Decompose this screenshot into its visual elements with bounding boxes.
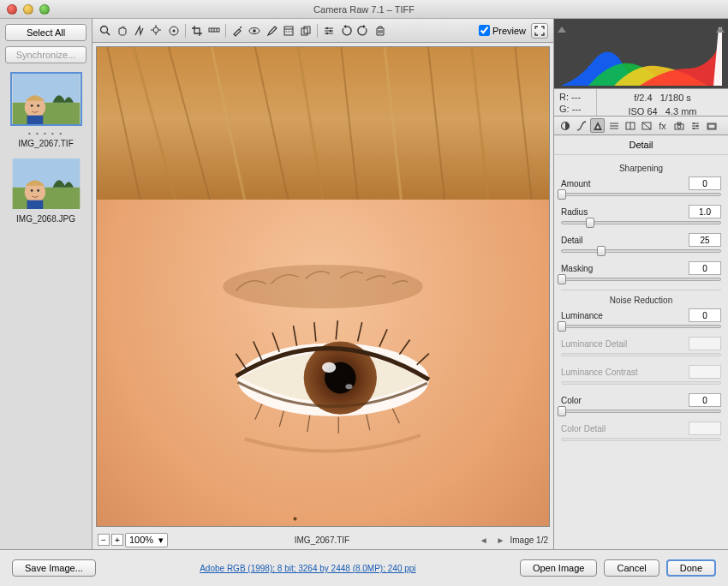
white-balance-tool-icon[interactable] <box>132 23 147 39</box>
histogram[interactable] <box>554 19 728 89</box>
thumbnail-label: IMG_2068.JPG <box>5 214 87 224</box>
tab-lens[interactable] <box>639 118 653 133</box>
tab-fx[interactable]: fx <box>655 118 670 133</box>
slider-luminance-contrast: Luminance Contrast <box>561 365 721 385</box>
slider-label: Color <box>561 396 582 405</box>
slider-value-input[interactable] <box>689 205 721 218</box>
rotate-cw-icon[interactable] <box>355 23 371 39</box>
grad-filter-tool-icon[interactable] <box>281 23 296 39</box>
previous-image-button[interactable]: ◄ <box>476 535 492 545</box>
image-viewport[interactable] <box>96 46 550 527</box>
slider-color: Color <box>561 393 721 413</box>
slider-label: Masking <box>561 264 593 273</box>
slider-value-input[interactable] <box>689 233 721 247</box>
brush-tool-icon[interactable] <box>264 23 279 39</box>
zoom-in-button[interactable]: + <box>111 534 123 546</box>
hand-tool-icon[interactable] <box>115 23 130 39</box>
slider-value-input[interactable] <box>689 308 721 322</box>
select-all-button[interactable]: Select All <box>5 24 87 41</box>
slider-label: Luminance Detail <box>561 339 627 349</box>
titlebar: Camera Raw 7.1 – TIFF <box>0 0 728 19</box>
thumbnail[interactable] <box>10 72 82 126</box>
slider-thumb[interactable] <box>558 274 566 284</box>
tab-hsl[interactable] <box>606 118 621 133</box>
slider-detail: Detail <box>561 233 721 253</box>
slider-thumb[interactable] <box>597 246 606 256</box>
preview-checkbox-input[interactable] <box>479 25 490 36</box>
highlight-clip-icon[interactable] <box>716 22 725 33</box>
image-count-label: Image 1/2 <box>510 535 548 545</box>
top-toolbar: Preview <box>92 19 553 43</box>
rgb-readout: R: ---G: ---B: --- <box>554 89 597 116</box>
tab-detail[interactable] <box>590 118 605 133</box>
thumbnail-label: IMG_2067.TIF <box>5 139 87 148</box>
svg-point-9 <box>30 189 33 192</box>
tab-curves[interactable] <box>574 118 588 133</box>
cancel-button[interactable]: Cancel <box>604 559 659 577</box>
red-eye-tool-icon[interactable] <box>247 23 262 39</box>
tab-split[interactable] <box>623 118 637 133</box>
svg-point-88 <box>693 123 695 124</box>
thumbnail[interactable] <box>10 157 82 211</box>
fullscreen-button[interactable] <box>531 23 548 39</box>
bottom-bar: Save Image... Adobe RGB (1998); 8 bit; 3… <box>0 549 728 586</box>
spot-removal-tool-icon[interactable] <box>230 23 245 39</box>
slider-track[interactable] <box>561 278 721 281</box>
exif-readout: f/2.4 1/180 s ISO 64 4.3 mm <box>597 89 728 116</box>
slider-value-input[interactable] <box>689 393 721 407</box>
slider-masking: Masking <box>561 261 721 281</box>
rotate-ccw-icon[interactable] <box>338 23 354 39</box>
mark-delete-icon[interactable] <box>373 23 388 39</box>
svg-point-14 <box>153 27 158 33</box>
svg-point-20 <box>173 29 176 32</box>
straighten-tool-icon[interactable] <box>206 23 222 39</box>
open-image-button[interactable]: Open Image <box>520 559 598 577</box>
tab-camera[interactable] <box>671 118 686 133</box>
slider-thumb[interactable] <box>586 218 594 228</box>
next-image-button[interactable]: ► <box>493 535 509 545</box>
slider-track[interactable] <box>561 193 721 196</box>
close-window-button[interactable] <box>7 4 17 15</box>
tab-preset[interactable] <box>688 118 702 133</box>
slider-value-input[interactable] <box>689 176 721 190</box>
slider-track[interactable] <box>561 410 721 413</box>
minimize-window-button[interactable] <box>23 4 33 15</box>
slider-label: Luminance Contrast <box>561 368 638 377</box>
svg-point-37 <box>326 32 328 33</box>
svg-point-55 <box>322 362 336 373</box>
zoom-level-select[interactable]: 100% ▾ <box>125 533 168 547</box>
svg-rect-84 <box>677 123 681 124</box>
preview-checkbox[interactable]: Preview <box>479 25 526 36</box>
crop-tool-icon[interactable] <box>189 23 205 39</box>
tab-snapshot[interactable] <box>704 118 719 133</box>
workflow-options-link[interactable]: Adobe RGB (1998); 8 bit; 3264 by 2448 (8… <box>200 564 415 573</box>
image-footer: − + 100% ▾ IMG_2067.TIF ◄ ► Image 1/2 <box>92 530 553 549</box>
slider-value-input[interactable] <box>689 261 721 275</box>
thumbnail-status: • • • • • <box>5 129 87 137</box>
zoom-tool-icon[interactable] <box>98 23 113 39</box>
done-button[interactable]: Done <box>666 559 716 577</box>
slider-thumb[interactable] <box>558 189 566 200</box>
preferences-icon[interactable] <box>321 23 337 39</box>
synchronize-button[interactable]: Synchronize... <box>5 46 87 63</box>
slider-thumb[interactable] <box>558 321 566 332</box>
slider-track[interactable] <box>561 221 721 224</box>
tab-basic[interactable] <box>558 118 572 133</box>
panel-title: Detail <box>554 135 728 155</box>
zoom-out-button[interactable]: − <box>98 534 110 546</box>
color-sampler-tool-icon[interactable] <box>149 23 164 39</box>
svg-rect-1 <box>12 103 80 124</box>
targeted-adjustment-tool-icon[interactable] <box>166 23 182 39</box>
svg-rect-11 <box>27 200 43 209</box>
maximize-window-button[interactable] <box>39 4 50 15</box>
shadow-clip-icon[interactable] <box>558 22 566 33</box>
save-image-button[interactable]: Save Image... <box>12 559 96 577</box>
clone-tool-icon[interactable] <box>298 23 313 39</box>
slider-track[interactable] <box>561 249 721 253</box>
svg-rect-7 <box>12 188 80 209</box>
slider-thumb[interactable] <box>558 406 566 416</box>
slider-track[interactable] <box>561 325 721 328</box>
current-image-name: IMG_2067.TIF <box>173 535 470 545</box>
svg-point-12 <box>101 26 108 33</box>
svg-line-13 <box>107 32 110 35</box>
